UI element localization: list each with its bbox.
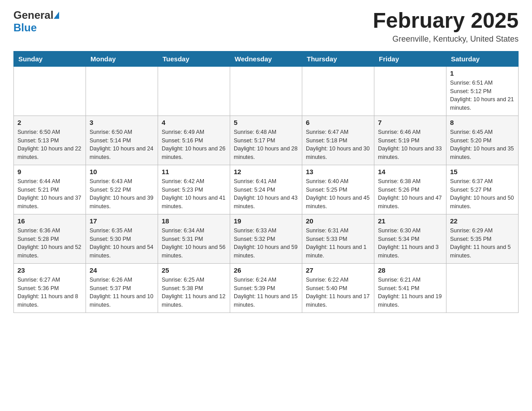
day-info: Sunrise: 6:21 AM Sunset: 5:41 PM Dayligh… [378,276,442,309]
calendar-cell: 3Sunrise: 6:50 AM Sunset: 5:14 PM Daylig… [86,116,158,165]
calendar-cell: 7Sunrise: 6:46 AM Sunset: 5:19 PM Daylig… [374,116,446,165]
day-info: Sunrise: 6:45 AM Sunset: 5:20 PM Dayligh… [450,128,515,162]
day-number: 26 [234,266,298,274]
week-row-2: 2Sunrise: 6:50 AM Sunset: 5:13 PM Daylig… [14,116,519,165]
day-info: Sunrise: 6:30 AM Sunset: 5:34 PM Dayligh… [378,227,442,260]
header-thursday: Thursday [302,51,374,66]
calendar-cell: 17Sunrise: 6:35 AM Sunset: 5:30 PM Dayli… [86,214,158,263]
day-number: 15 [450,168,515,176]
day-info: Sunrise: 6:33 AM Sunset: 5:32 PM Dayligh… [234,227,298,260]
header-wednesday: Wednesday [230,51,302,66]
day-number: 16 [17,217,82,225]
calendar-cell: 10Sunrise: 6:43 AM Sunset: 5:22 PM Dayli… [86,165,158,214]
day-number: 14 [378,168,442,176]
day-number: 2 [17,119,82,126]
calendar-title: February 2025 [373,9,519,33]
day-number: 12 [234,168,298,176]
days-header-row: Sunday Monday Tuesday Wednesday Thursday… [14,51,519,66]
day-info: Sunrise: 6:29 AM Sunset: 5:35 PM Dayligh… [450,227,515,260]
calendar-table: Sunday Monday Tuesday Wednesday Thursday… [13,51,519,313]
header-monday: Monday [86,51,158,66]
calendar-cell: 9Sunrise: 6:44 AM Sunset: 5:21 PM Daylig… [14,165,86,214]
calendar-cell: 28Sunrise: 6:21 AM Sunset: 5:41 PM Dayli… [374,263,446,313]
day-number: 7 [378,119,442,126]
day-number: 1 [450,69,515,77]
day-info: Sunrise: 6:25 AM Sunset: 5:38 PM Dayligh… [162,276,226,309]
header-tuesday: Tuesday [158,51,230,66]
calendar-cell [14,66,86,116]
header-friday: Friday [374,51,446,66]
day-info: Sunrise: 6:35 AM Sunset: 5:30 PM Dayligh… [90,227,154,260]
calendar-cell [230,66,302,116]
week-row-3: 9Sunrise: 6:44 AM Sunset: 5:21 PM Daylig… [14,165,519,214]
day-number: 23 [17,266,82,274]
calendar-cell: 11Sunrise: 6:42 AM Sunset: 5:23 PM Dayli… [158,165,230,214]
day-number: 10 [90,168,154,176]
week-row-4: 16Sunrise: 6:36 AM Sunset: 5:28 PM Dayli… [14,214,519,263]
day-number: 4 [162,119,226,126]
logo-arrow-icon [54,12,59,19]
calendar-cell: 8Sunrise: 6:45 AM Sunset: 5:20 PM Daylig… [446,116,519,165]
logo: General Blue [13,9,59,34]
calendar-cell [86,66,158,116]
day-info: Sunrise: 6:26 AM Sunset: 5:37 PM Dayligh… [90,276,154,309]
calendar-cell: 5Sunrise: 6:48 AM Sunset: 5:17 PM Daylig… [230,116,302,165]
calendar-cell: 20Sunrise: 6:31 AM Sunset: 5:33 PM Dayli… [302,214,374,263]
day-info: Sunrise: 6:24 AM Sunset: 5:39 PM Dayligh… [234,276,298,309]
day-info: Sunrise: 6:34 AM Sunset: 5:31 PM Dayligh… [162,227,226,260]
day-number: 17 [90,217,154,225]
day-info: Sunrise: 6:48 AM Sunset: 5:17 PM Dayligh… [234,128,298,162]
calendar-cell: 26Sunrise: 6:24 AM Sunset: 5:39 PM Dayli… [230,263,302,313]
day-number: 25 [162,266,226,274]
week-row-5: 23Sunrise: 6:27 AM Sunset: 5:36 PM Dayli… [14,263,519,313]
day-info: Sunrise: 6:51 AM Sunset: 5:12 PM Dayligh… [450,79,515,112]
day-info: Sunrise: 6:43 AM Sunset: 5:22 PM Dayligh… [90,177,154,211]
calendar-cell: 1Sunrise: 6:51 AM Sunset: 5:12 PM Daylig… [446,66,519,116]
location-subtitle: Greenville, Kentucky, United States [373,34,519,44]
day-number: 3 [90,119,154,126]
day-info: Sunrise: 6:44 AM Sunset: 5:21 PM Dayligh… [17,177,82,211]
header-sunday: Sunday [14,51,86,66]
title-section: February 2025 Greenville, Kentucky, Unit… [373,9,519,44]
calendar-cell: 6Sunrise: 6:47 AM Sunset: 5:18 PM Daylig… [302,116,374,165]
calendar-cell: 22Sunrise: 6:29 AM Sunset: 5:35 PM Dayli… [446,214,519,263]
day-number: 6 [306,119,370,126]
day-number: 20 [306,217,370,225]
calendar-cell: 21Sunrise: 6:30 AM Sunset: 5:34 PM Dayli… [374,214,446,263]
logo-blue-text: Blue [13,21,37,34]
day-info: Sunrise: 6:27 AM Sunset: 5:36 PM Dayligh… [17,276,82,309]
logo-general-text: General [13,9,53,21]
day-info: Sunrise: 6:42 AM Sunset: 5:23 PM Dayligh… [162,177,226,211]
day-number: 28 [378,266,442,274]
day-number: 8 [450,119,515,126]
calendar-cell: 27Sunrise: 6:22 AM Sunset: 5:40 PM Dayli… [302,263,374,313]
day-number: 21 [378,217,442,225]
day-info: Sunrise: 6:50 AM Sunset: 5:14 PM Dayligh… [90,128,154,162]
day-number: 18 [162,217,226,225]
day-number: 13 [306,168,370,176]
calendar-cell: 14Sunrise: 6:38 AM Sunset: 5:26 PM Dayli… [374,165,446,214]
day-number: 19 [234,217,298,225]
calendar-cell: 19Sunrise: 6:33 AM Sunset: 5:32 PM Dayli… [230,214,302,263]
day-info: Sunrise: 6:22 AM Sunset: 5:40 PM Dayligh… [306,276,370,309]
calendar-cell [158,66,230,116]
day-info: Sunrise: 6:40 AM Sunset: 5:25 PM Dayligh… [306,177,370,211]
day-info: Sunrise: 6:37 AM Sunset: 5:27 PM Dayligh… [450,177,515,211]
day-info: Sunrise: 6:49 AM Sunset: 5:16 PM Dayligh… [162,128,226,162]
calendar-cell: 13Sunrise: 6:40 AM Sunset: 5:25 PM Dayli… [302,165,374,214]
calendar-cell: 18Sunrise: 6:34 AM Sunset: 5:31 PM Dayli… [158,214,230,263]
day-number: 24 [90,266,154,274]
calendar-cell: 15Sunrise: 6:37 AM Sunset: 5:27 PM Dayli… [446,165,519,214]
day-number: 9 [17,168,82,176]
page-header: General Blue February 2025 Greenville, K… [13,9,519,44]
day-number: 27 [306,266,370,274]
day-info: Sunrise: 6:31 AM Sunset: 5:33 PM Dayligh… [306,227,370,260]
day-info: Sunrise: 6:36 AM Sunset: 5:28 PM Dayligh… [17,227,82,260]
calendar-cell [302,66,374,116]
day-info: Sunrise: 6:47 AM Sunset: 5:18 PM Dayligh… [306,128,370,162]
calendar-cell [446,263,519,313]
calendar-cell: 25Sunrise: 6:25 AM Sunset: 5:38 PM Dayli… [158,263,230,313]
calendar-cell: 16Sunrise: 6:36 AM Sunset: 5:28 PM Dayli… [14,214,86,263]
day-info: Sunrise: 6:46 AM Sunset: 5:19 PM Dayligh… [378,128,442,162]
calendar-cell: 12Sunrise: 6:41 AM Sunset: 5:24 PM Dayli… [230,165,302,214]
